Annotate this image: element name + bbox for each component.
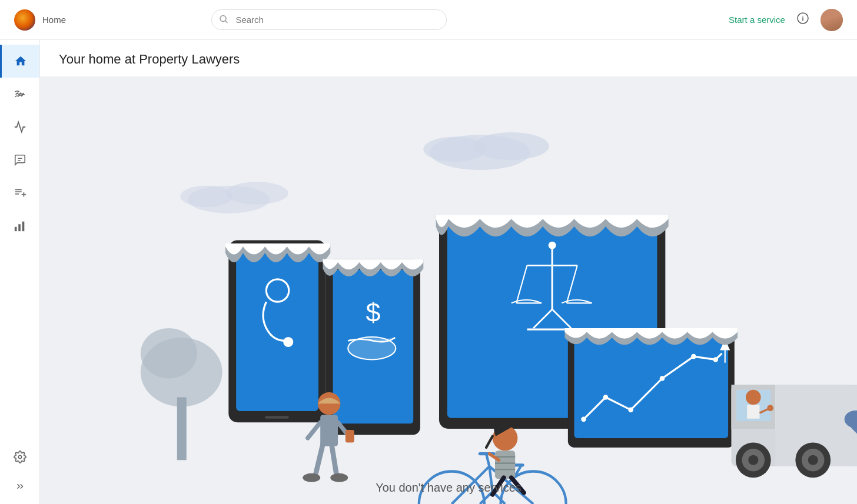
sidebar-item-settings[interactable] — [14, 440, 26, 473]
svg-text:$: $ — [366, 298, 380, 328]
svg-line-78 — [308, 422, 320, 438]
topnav: Home Start a service — [0, 0, 857, 40]
svg-point-51 — [660, 376, 665, 381]
hero-area: $ — [40, 77, 857, 504]
sidebar-item-analytics[interactable] — [0, 209, 39, 242]
search-wrapper — [211, 9, 447, 30]
svg-line-75 — [331, 445, 337, 476]
svg-line-93 — [486, 436, 493, 448]
svg-point-71 — [808, 455, 818, 465]
svg-rect-47 — [574, 335, 729, 438]
search-input[interactable] — [211, 9, 447, 30]
illustration: $ — [40, 77, 857, 504]
svg-rect-73 — [320, 415, 338, 446]
svg-line-74 — [315, 445, 323, 476]
svg-point-28 — [283, 337, 293, 347]
start-service-button[interactable]: Start a service — [729, 15, 785, 25]
main-layout: Your home at Property Lawyers — [0, 40, 857, 504]
svg-rect-12 — [14, 227, 16, 231]
svg-point-59 — [746, 390, 761, 405]
svg-rect-29 — [265, 416, 289, 419]
svg-rect-24 — [177, 398, 187, 460]
no-services-text: You don't have any services — [376, 481, 521, 495]
svg-rect-80 — [346, 430, 354, 442]
svg-point-15 — [18, 455, 22, 459]
svg-point-20 — [225, 182, 288, 204]
svg-point-62 — [767, 405, 773, 411]
svg-rect-26 — [236, 252, 318, 411]
svg-point-21 — [180, 186, 233, 207]
svg-point-33 — [348, 337, 396, 359]
svg-point-48 — [581, 417, 586, 422]
svg-point-50 — [628, 408, 633, 413]
svg-point-76 — [303, 473, 320, 482]
user-avatar[interactable] — [821, 9, 843, 31]
svg-point-49 — [603, 395, 609, 400]
page-title: Your home at Property Lawyers — [59, 52, 838, 67]
svg-rect-14 — [22, 222, 24, 232]
svg-point-4 — [802, 16, 803, 17]
app-logo[interactable] — [14, 9, 35, 31]
svg-point-23 — [141, 328, 197, 378]
svg-point-77 — [330, 473, 348, 482]
svg-point-53 — [713, 357, 718, 362]
svg-point-52 — [691, 354, 696, 359]
sidebar-item-home[interactable] — [0, 45, 39, 78]
sidebar-expand-button[interactable] — [14, 473, 26, 499]
info-icon[interactable] — [797, 12, 809, 27]
svg-line-1 — [225, 21, 227, 22]
svg-rect-13 — [18, 224, 21, 231]
sidebar — [0, 40, 40, 504]
svg-line-88 — [486, 454, 489, 466]
svg-rect-94 — [495, 450, 515, 479]
svg-point-18 — [423, 136, 486, 162]
svg-point-68 — [748, 455, 758, 465]
sidebar-item-create[interactable] — [0, 176, 39, 209]
sidebar-item-activity[interactable] — [0, 111, 39, 143]
sidebar-bottom — [14, 440, 26, 499]
sidebar-item-messages[interactable] — [0, 143, 39, 176]
home-link[interactable]: Home — [42, 15, 66, 25]
svg-rect-60 — [747, 405, 759, 418]
nav-right: Start a service — [729, 9, 843, 31]
logo-area: Home — [14, 9, 66, 31]
sidebar-item-services[interactable] — [0, 78, 39, 111]
search-icon — [220, 15, 228, 25]
svg-point-42 — [549, 242, 556, 249]
page-header: Your home at Property Lawyers — [40, 40, 857, 77]
content-area: Your home at Property Lawyers — [40, 40, 857, 504]
